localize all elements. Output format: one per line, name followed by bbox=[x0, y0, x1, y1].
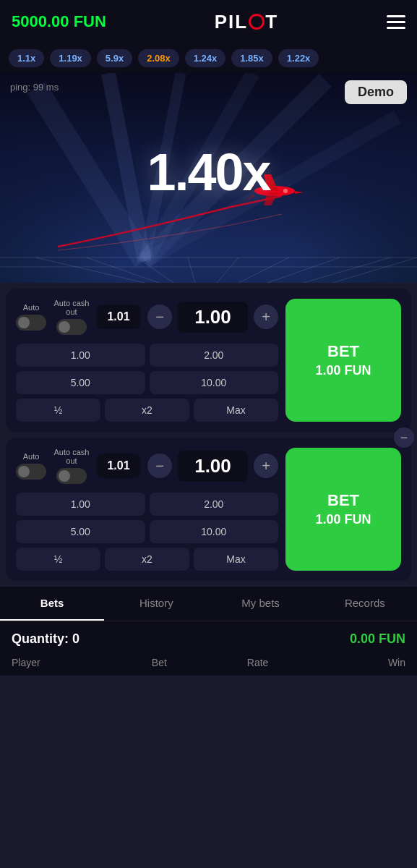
max-btn-1[interactable]: Max bbox=[194, 399, 278, 422]
mult-badge-3[interactable]: 2.08x bbox=[138, 49, 179, 67]
logo: PILT bbox=[215, 11, 278, 33]
mult-badge-5[interactable]: 1.85x bbox=[231, 49, 272, 67]
tabs-bar: Bets History My bets Records bbox=[0, 587, 417, 621]
mult-badge-4[interactable]: 1.24x bbox=[185, 49, 226, 67]
preset-5-00-btn-2[interactable]: 5.00 bbox=[16, 520, 145, 543]
half-btn-2[interactable]: ½ bbox=[16, 548, 100, 571]
bet-button-1[interactable]: BET 1.00 FUN bbox=[285, 299, 401, 422]
multiplier-btns-2: ½ x2 Max bbox=[16, 548, 278, 571]
menu-button[interactable] bbox=[387, 15, 405, 29]
amount-control-2: − 1.00 + bbox=[147, 451, 278, 482]
increase-btn-2[interactable]: + bbox=[254, 454, 278, 478]
game-area: ping: 99 ms Demo 1.40x bbox=[0, 73, 417, 283]
bet-panel-1-controls: Auto Auto cash out − 1.00 + bbox=[16, 299, 278, 335]
svg-point-25 bbox=[283, 189, 288, 193]
preset-amounts-1: 1.00 2.00 5.00 10.00 bbox=[16, 344, 278, 394]
preset-10-00-btn-2[interactable]: 10.00 bbox=[150, 520, 279, 543]
tab-records[interactable]: Records bbox=[313, 587, 417, 621]
tabs-section: Bets History My bets Records Quantity: 0… bbox=[0, 587, 417, 676]
increase-btn-1[interactable]: + bbox=[254, 305, 278, 329]
auto-label-2: Auto bbox=[23, 452, 40, 461]
cashout-input-1[interactable] bbox=[97, 305, 140, 329]
auto-cashout-toggle-1[interactable] bbox=[56, 319, 87, 335]
bet-left-1: Auto Auto cash out − 1.00 + bbox=[16, 299, 278, 422]
preset-2-00-btn-2[interactable]: 2.00 bbox=[150, 493, 279, 516]
mult-badge-2[interactable]: 5.9x bbox=[97, 49, 132, 67]
bets-table-header: Player Bet Rate Win bbox=[0, 652, 417, 676]
auto-toggle-1[interactable] bbox=[16, 315, 46, 331]
demo-badge: Demo bbox=[345, 80, 407, 104]
multiplier-btns-1: ½ x2 Max bbox=[16, 399, 278, 422]
amount-display-2: 1.00 bbox=[178, 451, 248, 482]
bet-label-1: BET bbox=[327, 341, 359, 362]
auto-cashout-label-2: Auto cash out bbox=[53, 448, 90, 465]
bet-area-1: Auto Auto cash out − 1.00 + bbox=[16, 299, 401, 422]
preset-2-00-btn-1[interactable]: 2.00 bbox=[150, 344, 279, 367]
double-btn-2[interactable]: x2 bbox=[105, 548, 189, 571]
mult-badge-6[interactable]: 1.22x bbox=[278, 49, 319, 67]
decrease-btn-2[interactable]: − bbox=[147, 454, 172, 478]
bet-panel-1: Auto Auto cash out − 1.00 + bbox=[6, 289, 411, 432]
half-btn-1[interactable]: ½ bbox=[16, 399, 100, 422]
max-btn-2[interactable]: Max bbox=[194, 548, 278, 571]
logo-icon bbox=[249, 14, 265, 30]
preset-1-00-btn-1[interactable]: 1.00 bbox=[16, 344, 145, 367]
bet-area-2: Auto Auto cash out − 1.00 + 1.0 bbox=[16, 448, 401, 571]
auto-cashout-toggle-2[interactable] bbox=[56, 468, 87, 484]
bet-amount-1: 1.00 FUN bbox=[315, 362, 371, 379]
bets-summary: Quantity: 0 0.00 FUN bbox=[0, 621, 417, 652]
preset-1-00-btn-2[interactable]: 1.00 bbox=[16, 493, 145, 516]
tab-my-bets[interactable]: My bets bbox=[209, 587, 313, 621]
auto-toggle-2[interactable] bbox=[16, 464, 46, 480]
auto-toggle-group-2: Auto bbox=[16, 452, 46, 480]
auto-cashout-label-1: Auto cash out bbox=[53, 299, 90, 316]
tab-history[interactable]: History bbox=[104, 587, 208, 621]
col-rate: Rate bbox=[209, 657, 307, 668]
bet-amount-2: 1.00 FUN bbox=[315, 511, 371, 528]
fun-amount: 0.00 FUN bbox=[350, 631, 405, 647]
amount-display-1: 1.00 bbox=[178, 302, 248, 333]
col-bet: Bet bbox=[110, 657, 208, 668]
bet-left-2: Auto Auto cash out − 1.00 + 1.0 bbox=[16, 448, 278, 571]
multiplier-bar: 1.1x 1.19x 5.9x 2.08x 1.24x 1.85x 1.22x bbox=[0, 43, 417, 73]
cashout-input-2[interactable] bbox=[97, 454, 140, 478]
auto-cashout-toggle-group-2: Auto cash out bbox=[53, 448, 90, 484]
tab-bets[interactable]: Bets bbox=[0, 587, 104, 621]
auto-toggle-group-1: Auto bbox=[16, 303, 46, 331]
preset-amounts-2: 1.00 2.00 5.00 10.00 bbox=[16, 493, 278, 543]
bet-label-2: BET bbox=[327, 490, 359, 511]
logo-text: PILT bbox=[215, 11, 278, 33]
balance-display: 5000.00 FUN bbox=[12, 12, 106, 31]
bet-panel-2-controls: Auto Auto cash out − 1.00 + bbox=[16, 448, 278, 484]
preset-10-00-btn-1[interactable]: 10.00 bbox=[150, 371, 279, 394]
mult-badge-1[interactable]: 1.19x bbox=[50, 49, 91, 67]
preset-5-00-btn-1[interactable]: 5.00 bbox=[16, 371, 145, 394]
bet-panels: Auto Auto cash out − 1.00 + bbox=[0, 289, 417, 581]
col-player: Player bbox=[12, 657, 110, 668]
auto-label-1: Auto bbox=[23, 303, 40, 312]
auto-cashout-toggle-group-1: Auto cash out bbox=[53, 299, 90, 335]
remove-panel-2-btn[interactable]: − bbox=[394, 427, 414, 448]
decrease-btn-1[interactable]: − bbox=[147, 305, 172, 329]
multiplier-display: 1.40x bbox=[147, 142, 270, 202]
bet-panel-2: − Auto Auto cash out − 1.00 bbox=[6, 438, 411, 581]
quantity-text: Quantity: 0 bbox=[12, 631, 79, 647]
ping-label: ping: 99 ms bbox=[10, 82, 59, 93]
bet-button-2[interactable]: BET 1.00 FUN bbox=[285, 448, 401, 571]
col-win: Win bbox=[307, 657, 405, 668]
double-btn-1[interactable]: x2 bbox=[105, 399, 189, 422]
header: 5000.00 FUN PILT bbox=[0, 0, 417, 43]
mult-badge-0[interactable]: 1.1x bbox=[9, 49, 44, 67]
amount-control-1: − 1.00 + bbox=[147, 302, 278, 333]
